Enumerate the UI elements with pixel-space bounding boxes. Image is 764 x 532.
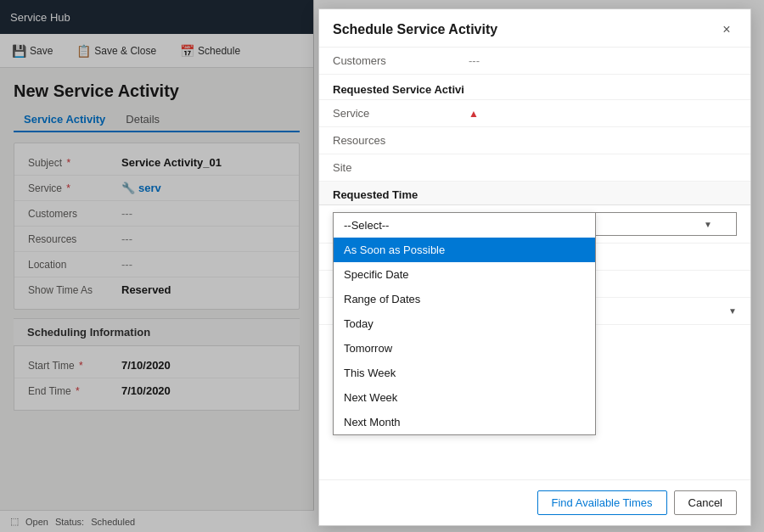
save-close-icon: 📋 xyxy=(76,44,91,58)
tab-details[interactable]: Details xyxy=(115,108,170,131)
modal-footer: Find Available Times Cancel xyxy=(319,479,750,525)
status-bar: ⬚ Open Status: Scheduled xyxy=(0,510,314,532)
modal-customers-row: Customers --- xyxy=(319,48,750,75)
dropdown-option-range-dates[interactable]: Range of Dates xyxy=(334,287,595,311)
save-label: Save xyxy=(30,45,53,57)
start-date-dropdown: --Select-- As Soon as Possible Specific … xyxy=(333,212,596,435)
show-time-value: Reserved xyxy=(121,283,171,296)
modal-site-row: Site xyxy=(319,154,750,182)
save-close-button[interactable]: 📋 Save & Close xyxy=(71,41,161,61)
modal-service-row: Service ▲ xyxy=(319,100,750,127)
end-time-chevron-icon: ▼ xyxy=(728,306,737,316)
status-value: Scheduled xyxy=(91,517,135,527)
cancel-button[interactable]: Cancel xyxy=(674,490,737,515)
sched-end-time-label: End Time * xyxy=(28,385,121,397)
location-label: Location xyxy=(28,259,121,271)
modal-title: Schedule Service Activity xyxy=(333,22,497,37)
dropdown-container: Requested Service Activi Service ▲ Resou… xyxy=(319,75,750,244)
tab-details-label: Details xyxy=(126,113,160,126)
app-title: Service Hub xyxy=(10,11,70,24)
subject-label: Subject * xyxy=(28,157,121,169)
modal-close-button[interactable]: × xyxy=(716,20,737,40)
resources-row: Resources --- xyxy=(14,227,299,252)
service-icon: 🔧 xyxy=(121,182,135,194)
dropdown-option-asap[interactable]: As Soon as Possible xyxy=(334,238,595,262)
modal-resources-label: Resources xyxy=(333,134,469,147)
modal-resources-row: Resources xyxy=(319,127,750,154)
start-date-select-wrapper: As Soon as Possible ▼ --Select-- As Soon… xyxy=(469,212,737,236)
service-value[interactable]: 🔧 serv xyxy=(121,182,161,194)
sched-end-time-value: 7/10/2020 xyxy=(121,384,171,397)
sched-start-time-label: Start Time * xyxy=(28,360,121,372)
dropdown-option-select[interactable]: --Select-- xyxy=(334,213,595,238)
modal-header: Schedule Service Activity × xyxy=(319,9,750,48)
save-icon: 💾 xyxy=(12,44,26,58)
show-time-row: Show Time As Reserved xyxy=(14,277,299,302)
dropdown-option-tomorrow[interactable]: Tomorrow xyxy=(334,336,595,361)
sched-start-required: * xyxy=(79,360,83,372)
customers-value: --- xyxy=(121,207,132,220)
modal-body: Customers --- Requested Service Activi S… xyxy=(319,48,750,479)
subject-value: Service Activity_01 xyxy=(121,156,222,169)
sched-end-required: * xyxy=(76,385,80,397)
dropdown-option-this-week[interactable]: This Week xyxy=(334,361,595,385)
modal-customers-label: Customers xyxy=(333,54,469,67)
requested-service-section: Requested Service Activi xyxy=(319,75,750,100)
service-required-indicator: ▲ xyxy=(469,108,479,120)
customers-row: Customers --- xyxy=(14,201,299,227)
tabs-row: Service Activity Details xyxy=(14,108,300,132)
location-row: Location --- xyxy=(14,252,299,277)
modal-customers-value: --- xyxy=(469,54,480,67)
subject-row: Subject * Service Activity_01 xyxy=(14,150,299,176)
form-section: Subject * Service Activity_01 Service * … xyxy=(14,143,300,310)
status-label: Status: xyxy=(55,517,84,527)
scheduling-section: Start Time * 7/10/2020 End Time * 7/10/2… xyxy=(14,345,300,411)
show-time-label: Show Time As xyxy=(28,284,121,296)
scheduling-section-header: Scheduling Information xyxy=(14,318,300,345)
resources-label: Resources xyxy=(28,233,121,245)
save-close-label: Save & Close xyxy=(94,45,156,57)
status-open: Open xyxy=(25,517,48,527)
tab-service-activity[interactable]: Service Activity xyxy=(14,108,115,132)
find-available-times-button[interactable]: Find Available Times xyxy=(537,490,667,515)
app-topbar: Service Hub xyxy=(0,0,313,34)
open-icon: ⬚ xyxy=(10,516,19,527)
resources-value: --- xyxy=(121,232,132,245)
sched-start-time-row: Start Time * 7/10/2020 xyxy=(14,353,299,378)
page-title: New Service Activity xyxy=(14,81,300,101)
modal-start-date-row: Start Date As Soon as Possible ▼ --Selec… xyxy=(319,205,750,244)
dropdown-option-today[interactable]: Today xyxy=(334,311,595,336)
background-panel: Service Hub 💾 Save 📋 Save & Close 📅 Sche… xyxy=(0,0,314,532)
sched-end-time-row: End Time * 7/10/2020 xyxy=(14,378,299,403)
dropdown-option-specific-date[interactable]: Specific Date xyxy=(334,262,595,287)
toolbar: 💾 Save 📋 Save & Close 📅 Schedule xyxy=(0,34,313,68)
save-button[interactable]: 💾 Save xyxy=(7,41,58,61)
tab-service-activity-label: Service Activity xyxy=(24,113,105,126)
location-value: --- xyxy=(121,258,132,271)
subject-required: * xyxy=(66,157,70,169)
requested-time-section: Requested Time xyxy=(319,182,750,205)
dropdown-option-next-week[interactable]: Next Week xyxy=(334,385,595,410)
schedule-label: Schedule xyxy=(198,45,240,57)
main-content: New Service Activity Service Activity De… xyxy=(0,68,313,424)
schedule-button[interactable]: 📅 Schedule xyxy=(175,41,245,61)
modal-site-label: Site xyxy=(333,161,469,174)
schedule-icon: 📅 xyxy=(180,44,194,58)
dropdown-option-next-month[interactable]: Next Month xyxy=(334,410,595,434)
service-row: Service * 🔧 serv xyxy=(14,176,299,201)
schedule-modal: Schedule Service Activity × Customers --… xyxy=(318,8,751,526)
sched-start-time-value: 7/10/2020 xyxy=(121,359,171,372)
modal-service-label: Service xyxy=(333,107,469,120)
chevron-down-icon: ▼ xyxy=(704,220,712,229)
customers-label: Customers xyxy=(28,208,121,220)
service-required: * xyxy=(66,182,70,194)
service-label: Service * xyxy=(28,182,121,194)
